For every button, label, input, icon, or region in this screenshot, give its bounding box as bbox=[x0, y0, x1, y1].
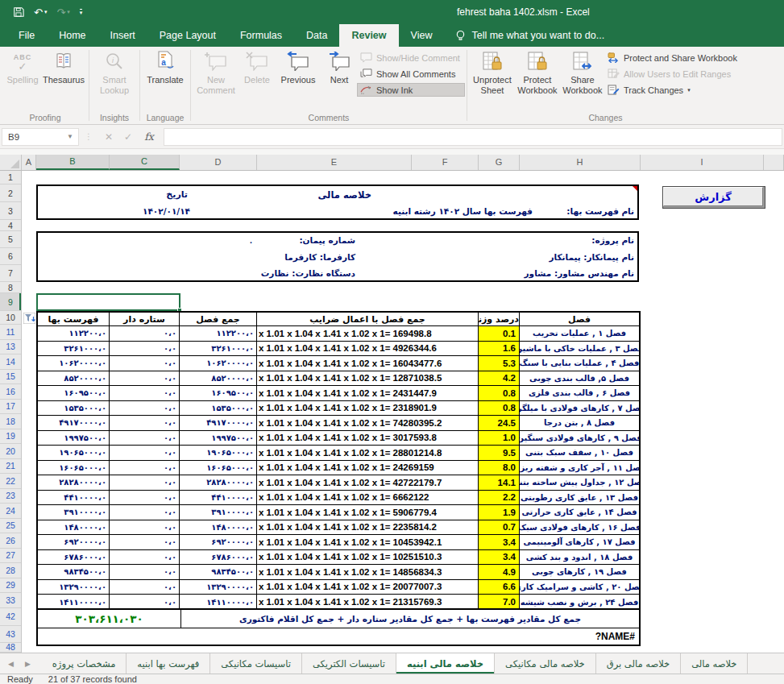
cell-starred-r27[interactable]: ۰،۰ bbox=[110, 550, 180, 566]
cell-coef-formula-r28[interactable]: x 1.01 x 1.04 x 1.41 x 1.02 x 1= 1485683… bbox=[257, 565, 479, 580]
cell-chapter-r24[interactable]: فصل ۱۴ , عایق کاری حرارتی bbox=[520, 505, 639, 520]
undo-icon[interactable]: ↶▾ bbox=[34, 6, 47, 19]
cell-price-list-r15[interactable]: ۸۵۲۰۰۰۰،۰ bbox=[38, 371, 110, 387]
thesaurus-button[interactable]: Thesaurus bbox=[41, 48, 86, 85]
cell-price-list-r17[interactable]: ۱۵۳۵۰۰۰،۰ bbox=[38, 401, 110, 417]
sheet-tab-0[interactable]: مشخصات پروژه bbox=[42, 653, 127, 674]
column-header-E[interactable]: E bbox=[257, 155, 412, 170]
cell-coef-formula-r22[interactable]: x 1.01 x 1.04 x 1.41 x 1.02 x 1= 4272217… bbox=[257, 475, 479, 491]
autofilter-icon[interactable] bbox=[23, 313, 35, 324]
row-header-3[interactable]: 3 bbox=[0, 202, 21, 220]
row-header-14[interactable]: 14 bbox=[0, 354, 21, 370]
cell-chapter-r26[interactable]: فصل ۱۷ , کارهای آلومینیمی bbox=[520, 535, 639, 550]
name-box-caret-icon[interactable]: ▼ bbox=[67, 133, 78, 140]
save-icon[interactable] bbox=[13, 6, 24, 18]
row-header-18[interactable]: 18 bbox=[0, 414, 21, 429]
cell-coef-formula-r27[interactable]: x 1.01 x 1.04 x 1.41 x 1.02 x 1= 1025151… bbox=[257, 550, 479, 566]
row-header-10[interactable]: 10 bbox=[0, 311, 21, 325]
ribbon-tab-review[interactable]: Review bbox=[339, 24, 398, 47]
cell-coef-formula-r20[interactable]: x 1.01 x 1.04 x 1.41 x 1.02 x 1= 2880121… bbox=[257, 446, 479, 461]
cell-price-list-r22[interactable]: ۲۸۲۸۰۰۰۰،۰ bbox=[38, 475, 110, 491]
protect-and-share-workbook-button[interactable]: Protect and Share Workbook bbox=[605, 52, 741, 64]
show-all-comments-button[interactable]: Show All Comments bbox=[358, 68, 464, 80]
show-ink-button[interactable]: Show Ink bbox=[358, 84, 464, 96]
cell-coef-formula-r13[interactable]: x 1.01 x 1.04 x 1.41 x 1.02 x 1= 4926344… bbox=[257, 342, 479, 357]
row-header-42[interactable]: 42 bbox=[0, 608, 21, 626]
cell-coef-formula-r15[interactable]: x 1.01 x 1.04 x 1.41 x 1.02 x 1= 1287103… bbox=[257, 371, 479, 387]
cell-price-list-r25[interactable]: ۱۴۸۰۰۰۰،۰ bbox=[38, 520, 110, 536]
cell-price-list-r19[interactable]: ۱۹۹۷۵۰۰،۰ bbox=[38, 431, 110, 446]
cell-chapter-r28[interactable]: فصل ۱۹ , کارهای چوبی bbox=[520, 565, 639, 580]
row-header-13[interactable]: 13 bbox=[0, 340, 21, 355]
cell-coef-formula-r11[interactable]: x 1.01 x 1.04 x 1.41 x 1.02 x 1= 169498.… bbox=[257, 326, 479, 342]
row-header-27[interactable]: 27 bbox=[0, 549, 21, 564]
cell-weight-pct-r24[interactable]: 1.9 bbox=[479, 505, 520, 520]
name-box[interactable]: B9 ▼ bbox=[2, 128, 79, 146]
column-header-B[interactable]: B bbox=[36, 155, 110, 170]
column-header-D[interactable]: D bbox=[180, 155, 257, 170]
previous-comment-button[interactable]: Previous bbox=[276, 48, 321, 85]
cell-weight-pct-r21[interactable]: 8.0 bbox=[479, 461, 520, 476]
select-all-corner[interactable] bbox=[0, 155, 22, 170]
cell-starred-r15[interactable]: ۰،۰ bbox=[110, 371, 180, 387]
ribbon-tab-insert[interactable]: Insert bbox=[98, 24, 147, 47]
cell-chapter-r17[interactable]: فصل ۷ , کارهای فولادی با میلگرد bbox=[520, 401, 639, 417]
grand-total-value[interactable]: ۳۰۳،۶۱۱،۰۳۰ bbox=[38, 610, 181, 628]
cell-chapter-sum-r27[interactable]: ۶۷۸۶۰۰۰،۰ bbox=[180, 550, 257, 566]
cell-chapter-sum-r16[interactable]: ۱۶۰۹۵۰۰،۰ bbox=[180, 386, 257, 401]
cell-starred-r16[interactable]: ۰،۰ bbox=[110, 386, 180, 401]
cell-starred-r25[interactable]: ۰،۰ bbox=[110, 520, 180, 536]
tab-scroll-right-icon[interactable]: ▶ bbox=[25, 660, 31, 668]
ribbon-tab-page-layout[interactable]: Page Layout bbox=[147, 24, 228, 47]
row-header-5[interactable]: 5 bbox=[0, 231, 21, 248]
cell-price-list-r23[interactable]: ۴۴۱۰۰۰۰،۰ bbox=[38, 491, 110, 506]
column-header-partial[interactable] bbox=[764, 155, 784, 170]
cell-price-list-r28[interactable]: ۹۸۳۴۵۰۰،۰ bbox=[38, 565, 110, 580]
cell-coef-formula-r14[interactable]: x 1.01 x 1.04 x 1.41 x 1.02 x 1= 1604347… bbox=[257, 356, 479, 371]
cell-chapter-r14[interactable]: فصل ۴ , عملیات بنایی با سنگ bbox=[520, 356, 639, 371]
column-header-H[interactable]: H bbox=[520, 155, 641, 170]
cell-chapter-r23[interactable]: فصل ۱۳ , عایق کاری رطوبتی bbox=[520, 491, 639, 506]
cell-price-list-r18[interactable]: ۴۹۱۷۰۰۰۰،۰ bbox=[38, 416, 110, 431]
cell-price-list-r29[interactable]: ۱۳۲۹۰۰۰۰،۰ bbox=[38, 580, 110, 595]
cell-coef-formula-r25[interactable]: x 1.01 x 1.04 x 1.41 x 1.02 x 1= 2235814… bbox=[257, 520, 479, 536]
next-comment-button[interactable]: Next bbox=[321, 48, 358, 85]
ribbon-tab-home[interactable]: Home bbox=[47, 24, 97, 47]
row-header-19[interactable]: 19 bbox=[0, 429, 21, 445]
column-header-F[interactable]: F bbox=[412, 155, 479, 170]
cell-weight-pct-r20[interactable]: 9.5 bbox=[479, 446, 520, 461]
cell-chapter-r21[interactable]: فصل ۱۱ , آجر کاری و شفته ریزی bbox=[520, 461, 639, 476]
cell-price-list-r20[interactable]: ۱۹۰۶۵۰۰۰،۰ bbox=[38, 446, 110, 461]
row-header-15[interactable]: 15 bbox=[0, 370, 21, 385]
cell-price-list-r13[interactable]: ۳۲۶۱۰۰۰،۰ bbox=[38, 342, 110, 357]
row-header-6[interactable]: 6 bbox=[0, 248, 21, 265]
row-header-20[interactable]: 20 bbox=[0, 444, 21, 459]
cell-starred-r20[interactable]: ۰،۰ bbox=[110, 446, 180, 461]
column-header-G[interactable]: G bbox=[479, 155, 520, 170]
sheet-tab-4[interactable]: خلاصه مالی ابنیه bbox=[396, 653, 495, 674]
cell-coef-formula-r18[interactable]: x 1.01 x 1.04 x 1.41 x 1.02 x 1= 7428039… bbox=[257, 416, 479, 431]
cell-starred-r18[interactable]: ۰،۰ bbox=[110, 416, 180, 431]
undo-caret-icon[interactable]: ▾ bbox=[44, 9, 48, 15]
selected-cell-b9[interactable] bbox=[36, 293, 180, 311]
sheet-tab-5[interactable]: خلاصه مالی مکانیکی bbox=[495, 653, 596, 674]
cell-weight-pct-r22[interactable]: 14.1 bbox=[479, 475, 520, 491]
cell-chapter-r27[interactable]: فصل ۱۸ , اندود و بند کشی bbox=[520, 550, 639, 566]
cell-weight-pct-r16[interactable]: 0.8 bbox=[479, 386, 520, 401]
cell-price-list-r24[interactable]: ۳۹۱۰۰۰۰،۰ bbox=[38, 505, 110, 520]
cell-price-list-r21[interactable]: ۱۶۰۶۵۰۰۰،۰ bbox=[38, 461, 110, 476]
cell-price-list-r26[interactable]: ۶۹۲۰۰۰۰،۰ bbox=[38, 535, 110, 550]
cell-weight-pct-r27[interactable]: 3.4 bbox=[479, 550, 520, 566]
cell-starred-r11[interactable]: ۰،۰ bbox=[110, 326, 180, 342]
cell-chapter-sum-r20[interactable]: ۱۹۰۶۵۰۰۰،۰ bbox=[180, 446, 257, 461]
row-header-24[interactable]: 24 bbox=[0, 504, 21, 519]
cell-weight-pct-r19[interactable]: 1.0 bbox=[479, 431, 520, 446]
cell-coef-formula-r29[interactable]: x 1.01 x 1.04 x 1.41 x 1.02 x 1= 2007700… bbox=[257, 580, 479, 595]
unprotect-sheet-button[interactable]: Unprotect Sheet bbox=[470, 48, 515, 96]
cell-coef-formula-r19[interactable]: x 1.01 x 1.04 x 1.41 x 1.02 x 1= 3017593… bbox=[257, 431, 479, 446]
row-header-25[interactable]: 25 bbox=[0, 519, 21, 534]
row-header-23[interactable]: 23 bbox=[0, 489, 21, 504]
row-header-26[interactable]: 26 bbox=[0, 533, 21, 549]
cell-starred-r23[interactable]: ۰،۰ bbox=[110, 491, 180, 506]
row-header-43[interactable]: 43 bbox=[0, 626, 21, 643]
